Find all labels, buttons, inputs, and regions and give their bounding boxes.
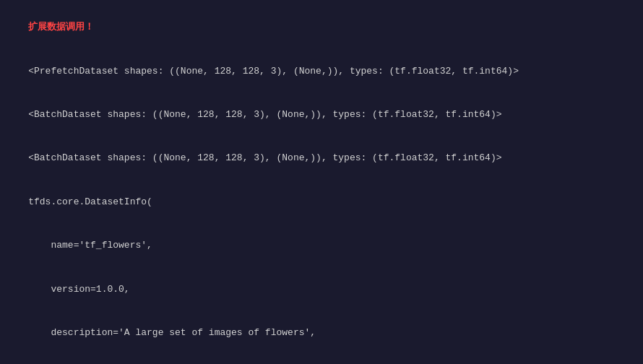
batch2-line: <BatchDataset shapes: ((None, 128, 128, … xyxy=(3,136,640,180)
description-line: description='A large set of images of fl… xyxy=(3,311,640,355)
expand-data-text: 扩展数据调用！ xyxy=(28,22,94,32)
prefetch-line: <PrefetchDataset shapes: ((None, 128, 12… xyxy=(3,49,640,92)
tfds-core-text: tfds.core.DatasetInfo( xyxy=(28,196,152,207)
prefetch-text: <PrefetchDataset shapes: ((None, 128, 12… xyxy=(28,66,519,77)
batch2-text: <BatchDataset shapes: ((None, 128, 128, … xyxy=(28,152,501,163)
batch1-line: <BatchDataset shapes: ((None, 128, 128, … xyxy=(3,93,640,136)
description-text: description='A large set of images of fl… xyxy=(28,327,316,338)
urls-line: urls=['http://download.tensorflow.org/ex… xyxy=(3,355,640,364)
batch1-text: <BatchDataset shapes: ((None, 128, 128, … xyxy=(28,109,501,120)
name-text: name='tf_flowers', xyxy=(28,240,152,251)
tfds-core-line: tfds.core.DatasetInfo( xyxy=(3,181,640,224)
terminal-output: 扩展数据调用！ <PrefetchDataset shapes: ((None,… xyxy=(0,0,643,364)
version-line: version=1.0.0, xyxy=(3,268,640,311)
version-text: version=1.0.0, xyxy=(28,284,129,295)
expand-data-line: 扩展数据调用！ xyxy=(3,6,640,49)
name-line: name='tf_flowers', xyxy=(3,224,640,267)
